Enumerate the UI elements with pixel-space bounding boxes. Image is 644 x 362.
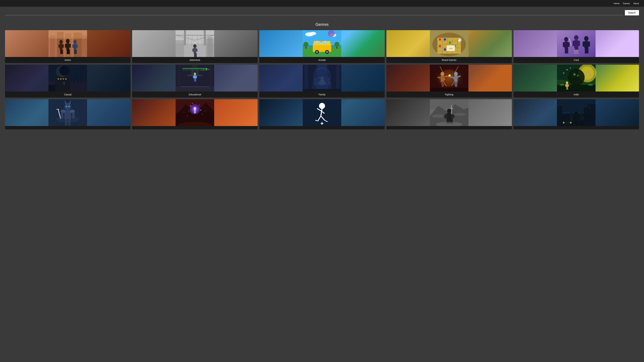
svg-rect-173: [314, 81, 316, 85]
svg-point-123: [59, 65, 70, 76]
svg-rect-305: [569, 116, 570, 120]
svg-rect-310: [575, 115, 578, 121]
svg-text:SKILL SETS: SKILL SETS: [574, 53, 579, 54]
board-games-image: CARD: [386, 30, 512, 57]
svg-point-145: [206, 68, 208, 70]
svg-point-213: [568, 69, 585, 86]
svg-rect-257: [194, 110, 196, 113]
svg-point-93: [460, 40, 461, 41]
row3-1-image: [5, 99, 130, 126]
svg-rect-98: [564, 42, 568, 48]
about-link[interactable]: About: [633, 2, 639, 5]
svg-rect-105: [584, 41, 588, 48]
svg-point-260: [189, 111, 189, 111]
svg-rect-41: [192, 49, 194, 52]
svg-point-265: [202, 114, 203, 115]
search-button[interactable]: Search: [625, 10, 639, 15]
svg-rect-306: [572, 116, 574, 120]
svg-point-315: [580, 113, 583, 116]
educational-image: 2:39.7: [132, 65, 258, 91]
svg-rect-278: [322, 122, 322, 125]
svg-rect-7: [48, 30, 87, 38]
row3-4-image: [386, 99, 512, 126]
search-bar-container: Search: [0, 7, 644, 17]
card-label: Card: [514, 57, 639, 63]
genre-card-fighting[interactable]: Fighting: [386, 65, 512, 97]
svg-rect-166: [336, 65, 340, 91]
genre-card-row3-5[interactable]: [514, 99, 639, 129]
genre-card-card[interactable]: POWERFUL HEROES SKILL SETS Card: [514, 30, 639, 63]
genre-card-action[interactable]: Action: [5, 30, 130, 63]
svg-rect-136: [65, 78, 66, 79]
svg-point-290: [432, 114, 445, 118]
svg-rect-32: [204, 30, 206, 45]
genre-card-row3-4[interactable]: [386, 99, 512, 129]
svg-rect-101: [565, 48, 566, 53]
genre-card-row3-1[interactable]: [5, 99, 130, 129]
svg-rect-160: [180, 86, 209, 87]
genres-grid: Action: [0, 30, 644, 134]
genre-card-casual[interactable]: Casual: [5, 65, 130, 97]
svg-rect-19: [68, 50, 70, 54]
svg-rect-158: [195, 79, 196, 82]
svg-point-223: [590, 74, 591, 75]
search-input[interactable]: [5, 10, 623, 15]
genre-card-family[interactable]: Family: [259, 65, 385, 97]
genre-card-adventure[interactable]: Adventure: [132, 30, 258, 63]
svg-point-303: [570, 113, 573, 116]
svg-point-256: [194, 107, 196, 110]
svg-text:HEROES: HEROES: [574, 51, 578, 52]
svg-point-20: [73, 40, 77, 44]
svg-point-8: [59, 40, 63, 44]
svg-rect-107: [588, 41, 590, 46]
svg-point-202: [454, 72, 458, 76]
svg-point-248: [56, 116, 80, 123]
svg-point-58: [316, 51, 318, 53]
svg-rect-299: [558, 107, 558, 107]
card-image: POWERFUL HEROES SKILL SETS: [514, 30, 639, 57]
svg-rect-190: [303, 89, 341, 91]
svg-rect-155: [193, 76, 194, 78]
family-label: Family: [259, 91, 385, 97]
svg-point-219: [566, 69, 568, 70]
svg-rect-165: [304, 65, 308, 91]
svg-point-85: [454, 38, 456, 40]
home-link[interactable]: Home: [614, 2, 620, 5]
genre-card-indie[interactable]: Indie: [514, 65, 639, 97]
genre-card-row3-2[interactable]: [132, 99, 258, 129]
svg-rect-230: [568, 84, 569, 86]
navbar: Home Games About: [0, 0, 644, 7]
svg-point-269: [319, 103, 325, 109]
svg-point-264: [184, 112, 184, 113]
family-image: [259, 65, 385, 91]
fighting-label: Fighting: [386, 91, 512, 97]
svg-rect-17: [69, 44, 71, 48]
svg-rect-317: [580, 116, 581, 120]
genre-card-educational[interactable]: 2:39.7: [132, 65, 258, 97]
svg-point-110: [574, 35, 578, 40]
svg-rect-16: [65, 44, 66, 48]
svg-rect-135: [63, 78, 64, 79]
svg-rect-12: [60, 50, 62, 54]
board-games-label: Board Games: [386, 57, 512, 63]
svg-rect-132: [57, 77, 68, 82]
svg-rect-187: [323, 80, 325, 84]
svg-rect-298: [584, 108, 589, 126]
svg-rect-137: [48, 85, 55, 91]
row3-4-label: [386, 126, 512, 129]
svg-rect-314: [576, 121, 578, 125]
genre-card-row3-3[interactable]: [259, 99, 385, 129]
games-link[interactable]: Games: [623, 2, 630, 5]
svg-rect-288: [450, 108, 453, 109]
genre-card-board-games[interactable]: CARD Board Games: [386, 30, 512, 63]
svg-point-221: [563, 72, 564, 74]
svg-text:POWERFUL: POWERFUL: [574, 50, 579, 51]
arcade-label: Arcade: [259, 57, 385, 63]
svg-rect-133: [58, 78, 59, 79]
svg-rect-13: [62, 50, 63, 54]
svg-rect-22: [72, 44, 74, 48]
svg-point-266: [206, 111, 206, 111]
svg-point-66: [324, 41, 326, 42]
svg-point-104: [584, 36, 588, 41]
genre-card-arcade[interactable]: Arcade: [259, 30, 385, 63]
